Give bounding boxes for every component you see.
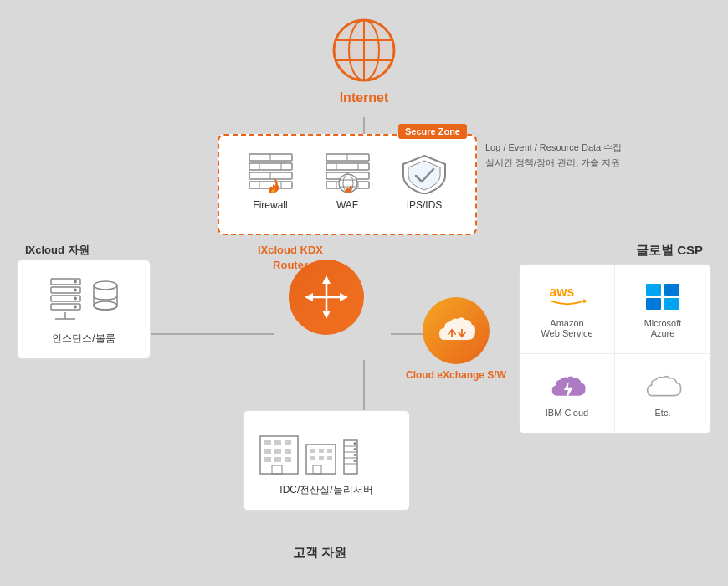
- svg-rect-69: [319, 449, 324, 453]
- svg-rect-33: [664, 284, 679, 296]
- firewall-icon: [248, 152, 294, 194]
- svg-rect-17: [326, 163, 369, 170]
- svg-rect-75: [344, 440, 357, 474]
- ixcloud-box: 인스턴스/볼룸: [17, 260, 151, 359]
- svg-rect-58: [274, 440, 281, 445]
- line-router-to-ixcloud: [149, 333, 274, 335]
- secure-zone-badge: Secure Zone: [398, 124, 467, 139]
- svg-point-47: [94, 301, 117, 310]
- svg-rect-68: [310, 449, 315, 453]
- svg-rect-64: [274, 457, 281, 462]
- idc-label: IDC/전산실/물리서버: [256, 483, 397, 497]
- svg-rect-35: [664, 298, 679, 310]
- etc-label: Etc.: [623, 408, 702, 418]
- svg-marker-51: [322, 311, 331, 319]
- svg-marker-52: [305, 293, 313, 301]
- svg-rect-61: [274, 449, 281, 454]
- svg-marker-31: [583, 299, 587, 304]
- firewall-item: Firewall: [237, 152, 304, 211]
- internet-label: Internet: [310, 90, 418, 105]
- csp-box: aws AmazonWeb Service MicrosoftAzure: [519, 264, 711, 434]
- ixcloud-icons: [30, 277, 137, 323]
- csp-item-aws: aws AmazonWeb Service: [520, 265, 615, 354]
- internet-node: Internet: [310, 17, 418, 105]
- svg-rect-72: [319, 456, 324, 460]
- diagram-container: Internet Secure Zone: [0, 0, 728, 586]
- ips-ids-label: IPS/IDS: [391, 199, 458, 211]
- svg-rect-73: [327, 456, 332, 460]
- cex-node: Cloud eXchange S/W: [406, 297, 506, 381]
- ibmcloud-icon: [546, 369, 588, 403]
- svg-rect-32: [646, 284, 661, 296]
- svg-rect-60: [264, 449, 271, 454]
- database-icon: [91, 277, 120, 323]
- kdx-router-label: IXcloud KDXRouter: [258, 243, 323, 273]
- ixcloud-item-label: 인스턴스/볼룸: [30, 332, 137, 346]
- aws-label: AmazonWeb Service: [528, 318, 606, 338]
- svg-point-5: [334, 20, 394, 80]
- svg-point-40: [74, 280, 77, 284]
- svg-point-42: [74, 297, 77, 301]
- svg-point-82: [354, 454, 356, 456]
- secure-zone-box: Secure Zone: [218, 134, 477, 235]
- waf-item: WAF: [314, 152, 381, 211]
- svg-rect-59: [285, 440, 291, 445]
- cex-circle: [423, 297, 490, 364]
- svg-point-43: [74, 306, 77, 309]
- svg-point-83: [354, 460, 356, 462]
- ibmcloud-label: IBM Cloud: [528, 408, 606, 418]
- svg-rect-57: [264, 440, 271, 445]
- svg-text:aws: aws: [549, 285, 574, 299]
- secure-zone-icons: Firewall: [232, 152, 463, 211]
- csp-item-azure: MicrosoftAzure: [615, 265, 710, 354]
- svg-marker-53: [340, 293, 348, 301]
- waf-icon: [325, 152, 371, 194]
- svg-rect-65: [285, 457, 291, 462]
- ips-ids-item: IPS/IDS: [391, 152, 458, 211]
- idc-icon: [256, 428, 373, 478]
- globe-icon: [331, 17, 397, 84]
- svg-rect-63: [264, 457, 271, 462]
- idc-box: IDC/전산실/물리서버: [243, 410, 410, 511]
- svg-point-81: [354, 448, 356, 450]
- azure-label: MicrosoftAzure: [623, 318, 702, 338]
- router-icon: [301, 272, 351, 322]
- server-icon: [47, 277, 85, 323]
- svg-point-80: [354, 442, 356, 445]
- svg-rect-66: [272, 465, 282, 474]
- svg-point-46: [94, 281, 117, 290]
- ixcloud-section-title: IXcloud 자원: [25, 243, 90, 258]
- cex-label: Cloud eXchange S/W: [406, 369, 506, 381]
- firewall-label: Firewall: [237, 199, 304, 211]
- csp-item-etc: Etc.: [615, 354, 710, 433]
- svg-rect-7: [249, 163, 292, 170]
- cex-icon: [435, 310, 477, 352]
- svg-rect-71: [310, 456, 315, 460]
- azure-icon: [642, 280, 684, 313]
- aws-icon: aws: [546, 280, 588, 313]
- csp-item-ibmcloud: IBM Cloud: [520, 354, 615, 433]
- svg-rect-70: [327, 449, 332, 453]
- svg-rect-62: [285, 449, 291, 454]
- csp-section-title: 글로벌 CSP: [636, 243, 703, 259]
- svg-marker-50: [322, 275, 331, 284]
- customer-section-title: 고객 자원: [293, 545, 346, 561]
- secure-zone-info-text: Log / Event / Resource Data 수집 실시간 정책/장애…: [485, 141, 622, 170]
- ips-ids-icon: [402, 152, 448, 194]
- svg-rect-34: [646, 298, 661, 310]
- svg-rect-74: [313, 465, 321, 474]
- waf-label: WAF: [314, 199, 381, 211]
- secure-zone-info: Log / Event / Resource Data 수집 실시간 정책/장애…: [485, 141, 622, 170]
- svg-point-41: [74, 289, 77, 292]
- etc-icon: [642, 369, 684, 403]
